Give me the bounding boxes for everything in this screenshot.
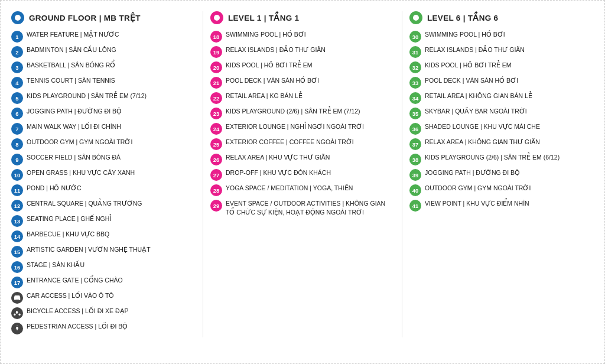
item-badge: 20 [210, 61, 222, 73]
item-badge: 21 [210, 77, 222, 89]
item-badge: 24 [210, 123, 222, 135]
list-item: 14BARBECUE | KHU VỰC BBQ [11, 230, 196, 242]
item-badge: 30 [409, 31, 421, 43]
list-item: 37RELAX AREA | KHÔNG GIAN THƯ GIÃN [409, 138, 594, 150]
item-badge: 7 [11, 123, 23, 135]
item-text: RETAIL AREA | KG BÁN LẺ [226, 92, 302, 100]
bicycle-icon [11, 307, 23, 319]
list-item: 18SWIMMING POOL | HỒ BƠI [210, 30, 395, 43]
item-text: JOGGING PATH | ĐƯỜNG ĐI BỘ [425, 168, 520, 177]
item-text: SOCCER FIELD | SÂN BÓNG ĐÁ [27, 153, 121, 162]
item-badge: 1 [11, 31, 23, 43]
item-text: SWIMMING POOL | HỒ BƠI [425, 30, 505, 39]
column-level6: LEVEL 6 | TẦNG 630SWIMMING POOL | HỒ BƠI… [405, 11, 594, 337]
item-text: EVENT SPACE / OUTDOOR ACTIVITIES | KHÔNG… [226, 199, 395, 216]
list-item: 20KIDS POOL | HỒ BƠI TRẺ EM [210, 61, 395, 73]
list-item: 22RETAIL AREA | KG BÁN LẺ [210, 92, 395, 104]
item-badge: 32 [409, 61, 421, 73]
item-text: POOL DECK | VÁN SÀN HỒ BƠI [226, 76, 319, 85]
access-row-car: CAR ACCESS | LỐI VÀO Ô TÔ [11, 291, 196, 304]
list-item: 33POOL DECK | VÁN SÀN HỒ BƠI [409, 76, 594, 89]
item-badge: 12 [11, 200, 23, 212]
item-badge: 25 [210, 138, 222, 150]
item-text: BASKETBALL | SÂN BÓNG RỔ [27, 61, 115, 70]
item-text: BARBECUE | KHU VỰC BBQ [27, 230, 109, 239]
column-divider [203, 11, 203, 337]
item-text: CENTRAL SQUARE | QUẢNG TRƯỜNG [27, 199, 142, 208]
item-badge: 37 [409, 138, 421, 150]
item-badge: 8 [11, 138, 23, 150]
item-text: STAGE | SÂN KHẤU [27, 261, 84, 269]
list-item: 5KIDS PLAYGROUND | SÂN TRẺ EM (7/12) [11, 92, 196, 104]
item-badge: 17 [11, 277, 23, 288]
item-text: KIDS POOL | HỒ BƠI TRẺ EM [425, 61, 512, 70]
item-badge: 34 [409, 92, 421, 104]
item-badge: 18 [210, 31, 222, 43]
access-text: CAR ACCESS | LỐI VÀO Ô TÔ [27, 291, 114, 300]
item-badge: 11 [11, 184, 23, 196]
list-item: 10OPEN GRASS | KHU VỰC CÂY XANH [11, 168, 196, 181]
access-text: PEDESTRIAN ACCESS | LỐI ĐI BỘ [27, 322, 128, 331]
column-level1: LEVEL 1 | TẦNG 118SWIMMING POOL | HỒ BƠI… [206, 11, 399, 337]
list-item: 40OUTDOOR GYM | GYM NGOÀI TRỜI [409, 184, 594, 196]
list-item: 17ENTRANCE GATE | CỔNG CHÀO [11, 276, 196, 288]
header-title-ground: GROUND FLOOR | MB TRỆT [29, 13, 141, 22]
list-item: 29EVENT SPACE / OUTDOOR ACTIVITIES | KHÔ… [210, 199, 395, 216]
item-badge: 2 [11, 46, 23, 58]
item-text: RELAX ISLANDS | ĐẢO THƯ GIÃN [425, 46, 525, 54]
item-badge: 10 [11, 169, 23, 181]
header-circle-level1 [210, 11, 223, 24]
list-item: 28YOGA SPACE / MEDITATION | YOGA, THIỀN [210, 184, 395, 196]
item-text: EXTERIOR COFFEE | COFFEE NGOÀI TRỜI [226, 138, 354, 147]
item-text: SHADED LOUNGE | KHU VỰC MÁI CHE [425, 122, 540, 131]
list-item: 24EXTERIOR LOUNGE | NGHỈ NGƠI NGOÀI TRỜI [210, 122, 395, 135]
list-item: 35SKYBAR | QUẦY BAR NGOÀI TRỜI [409, 107, 594, 119]
column-divider [402, 11, 402, 337]
item-text: KIDS PLAYGROUND | SÂN TRẺ EM (7/12) [27, 92, 147, 100]
header-level6: LEVEL 6 | TẦNG 6 [409, 11, 594, 24]
list-item: 13SEATING PLACE | GHẾ NGHỈ [11, 214, 196, 227]
item-badge: 15 [11, 246, 23, 258]
legend-container: GROUND FLOOR | MB TRỆT1WATER FEATURE | M… [11, 11, 594, 337]
list-item: 25EXTERIOR COFFEE | COFFEE NGOÀI TRỜI [210, 138, 395, 150]
item-text: RELAX ISLANDS | ĐẢO THƯ GIÃN [226, 46, 326, 54]
list-item: 23KIDS PLAYGROUND (2/6) | SÂN TRẺ EM (7/… [210, 107, 395, 119]
item-text: TENNIS COURT | SÂN TENNIS [27, 76, 115, 85]
item-badge: 22 [210, 92, 222, 104]
list-item: 38KIDS PLAYGROUNG (2/6) | SÂN TRẺ EM (6/… [409, 153, 594, 165]
column-ground: GROUND FLOOR | MB TRỆT1WATER FEATURE | M… [11, 11, 200, 337]
access-row-bicycle: BICYCLE ACCESS | LỐI ĐI XE ĐẠP [11, 307, 196, 319]
car-icon [11, 292, 23, 304]
item-badge: 19 [210, 46, 222, 58]
item-badge: 13 [11, 215, 23, 227]
pedestrian-icon [11, 323, 23, 334]
item-badge: 5 [11, 92, 23, 104]
item-text: BADMINTON | SÂN CẦU LÔNG [27, 46, 116, 54]
item-badge: 9 [11, 154, 23, 165]
item-badge: 28 [210, 184, 222, 196]
list-item: 8OUTDOOR GYM | GYM NGOÀI TRỜI [11, 138, 196, 150]
list-item: 30SWIMMING POOL | HỒ BƠI [409, 30, 594, 43]
header-title-level1: LEVEL 1 | TẦNG 1 [228, 13, 299, 22]
item-text: KIDS POOL | HỒ BƠI TRẺ EM [226, 61, 313, 70]
item-text: SKYBAR | QUẦY BAR NGOÀI TRỜI [425, 107, 527, 116]
item-badge: 41 [409, 200, 421, 212]
item-text: OUTDOOR GYM | GYM NGOÀI TRỜI [425, 184, 531, 193]
item-badge: 6 [11, 108, 23, 119]
item-text: RELAX AREA | KHU VỰC THƯ GIÃN [226, 153, 330, 162]
item-text: KIDS PLAYGROUND (2/6) | SÂN TRẺ EM (7/12… [226, 107, 360, 116]
list-item: 4TENNIS COURT | SÂN TENNIS [11, 76, 196, 89]
list-item: 6JOGGING PATH | ĐƯỜNG ĐI BỘ [11, 107, 196, 119]
item-text: SWIMMING POOL | HỒ BƠI [226, 30, 306, 39]
list-item: 39JOGGING PATH | ĐƯỜNG ĐI BỘ [409, 168, 594, 181]
list-item: 15ARTISTIC GARDEN | VƯỜN NGHỆ THUẬT [11, 245, 196, 258]
list-item: 16STAGE | SÂN KHẤU [11, 261, 196, 273]
header-circle-level6 [409, 11, 422, 24]
item-badge: 31 [409, 46, 421, 58]
header-ground: GROUND FLOOR | MB TRỆT [11, 11, 196, 24]
item-text: WATER FEATURE | MẶT NƯỚC [27, 30, 119, 39]
list-item: 3BASKETBALL | SÂN BÓNG RỔ [11, 61, 196, 73]
list-item: 2BADMINTON | SÂN CẦU LÔNG [11, 46, 196, 58]
item-text: JOGGING PATH | ĐƯỜNG ĐI BỘ [27, 107, 122, 116]
item-text: KIDS PLAYGROUNG (2/6) | SÂN TRẺ EM (6/12… [425, 153, 560, 162]
